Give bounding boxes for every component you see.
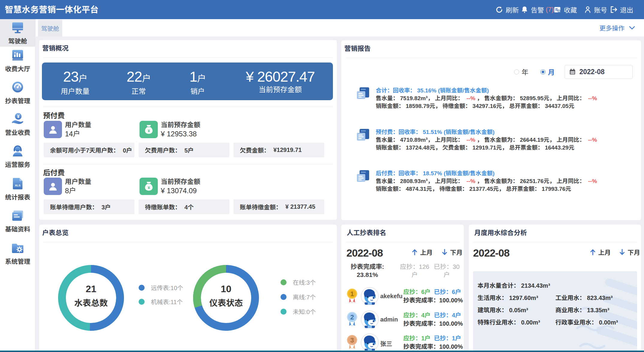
svg-text:¥: ¥ [17, 114, 20, 119]
svg-text:2: 2 [350, 313, 354, 321]
svg-text:1: 1 [350, 290, 354, 298]
svg-text:3: 3 [350, 336, 354, 344]
svg-text:¥: ¥ [148, 129, 150, 133]
svg-text:¥: ¥ [148, 185, 150, 190]
svg-text:XLS: XLS [15, 184, 20, 187]
